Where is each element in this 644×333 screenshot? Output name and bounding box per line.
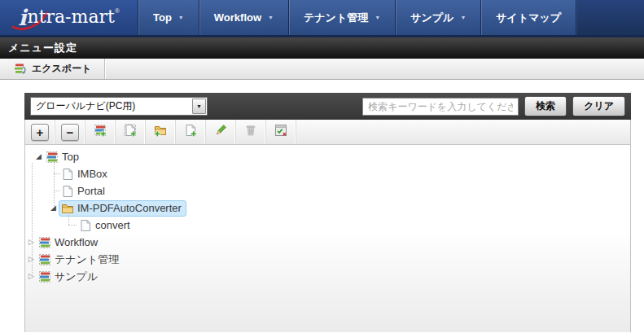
nav-filler — [576, 0, 644, 35]
pencil-icon — [214, 124, 227, 140]
collapse-all-button[interactable]: − — [55, 120, 85, 144]
tree-node-Top[interactable]: ◢Top — [25, 148, 630, 165]
tree-toolbar: +− — [24, 120, 631, 145]
content-gap — [0, 80, 644, 93]
tree-node--[interactable]: ▷テナント管理 — [25, 251, 630, 268]
tree-node-label: Top — [62, 151, 79, 163]
nav-item-label: Top — [153, 11, 172, 24]
global-nav: intra-mart® Top▼Workflow▼テナント管理▼サンプル▼サイト… — [0, 0, 644, 35]
tree-node-convert[interactable]: convert — [25, 217, 630, 234]
menu-group-icon — [38, 236, 51, 249]
tree-node-label: Portal — [77, 185, 105, 197]
chevron-down-icon: ▼ — [460, 15, 466, 20]
nav-item-sitemap[interactable]: サイトマップ — [481, 0, 576, 35]
nav-item-top[interactable]: Top▼ — [138, 0, 199, 35]
page-icon — [79, 219, 92, 232]
trash-icon — [244, 124, 257, 140]
logo[interactable]: intra-mart® — [0, 0, 138, 35]
menu-type-select-value: グローバルナビ(PC用) — [31, 99, 192, 113]
chevron-down-icon: ▼ — [375, 15, 380, 20]
folder-add-icon — [154, 124, 167, 140]
page-add-icon — [184, 124, 197, 140]
tree-connector-line — [54, 173, 60, 174]
folder-icon — [61, 202, 74, 215]
tree-node-Workflow[interactable]: ▷Workflow — [25, 234, 630, 251]
nav-item-label: Workflow — [214, 11, 261, 24]
search-input[interactable] — [362, 98, 519, 116]
tree-node-label: テナント管理 — [55, 252, 119, 267]
expand-all-button[interactable]: + — [25, 120, 55, 144]
export-button[interactable]: エクスポート — [0, 59, 104, 79]
tree-node-label: IMBox — [77, 168, 107, 180]
menu-panel: グローバルナビ(PC用) ▼ 検索 クリア +− ◢TopIMBoxPortal… — [24, 93, 631, 332]
add-page-button[interactable] — [176, 120, 206, 144]
export-label: エクスポート — [32, 62, 91, 76]
tree-node-label: IM-PDFAutoConverter — [77, 202, 182, 214]
chevron-down-icon: ▼ — [178, 15, 184, 20]
nav-item-sample[interactable]: サンプル▼ — [396, 0, 481, 35]
tree-node--[interactable]: ▷サンプル — [25, 268, 630, 285]
collapse-all-icon: − — [61, 124, 79, 141]
tree-node-IMBox[interactable]: IMBox — [25, 165, 630, 182]
page-icon — [61, 185, 74, 198]
tree-connector-line — [68, 215, 69, 225]
tree-node-IM-PDFAutoConverter[interactable]: ◢IM-PDFAutoConverter — [25, 199, 630, 217]
nav-item-label: サイトマップ — [496, 11, 561, 25]
logo-letter-i: i — [18, 7, 26, 28]
menu-tree: ◢TopIMBoxPortal◢IM-PDFAutoConverterconve… — [24, 145, 631, 332]
export-toolbar: エクスポート — [0, 59, 644, 80]
search-button[interactable]: 検索 — [524, 96, 567, 116]
tree-expand-arrow-icon[interactable]: ▷ — [28, 239, 38, 246]
menu-group-add-icon — [94, 124, 107, 140]
page-dashed-add-icon — [124, 124, 137, 140]
tree-collapse-arrow-icon[interactable]: ◢ — [36, 153, 46, 160]
clear-button[interactable]: クリア — [572, 96, 625, 116]
nav-item-tenant-admin[interactable]: テナント管理▼ — [289, 0, 396, 35]
menu-type-select[interactable]: グローバルナビ(PC用) ▼ — [30, 97, 208, 116]
intra-mart-logo: intra-mart® — [18, 7, 120, 28]
add-menu-group-button[interactable] — [85, 120, 116, 144]
chevron-down-icon: ▼ — [268, 15, 274, 20]
tree-node-Portal[interactable]: Portal — [25, 182, 630, 199]
nav-item-label: サンプル — [410, 11, 453, 25]
select-dropdown-button[interactable]: ▼ — [192, 99, 206, 114]
menu-settings-page: intra-mart® Top▼Workflow▼テナント管理▼サンプル▼サイト… — [0, 0, 644, 333]
page-title: メニュー設定 — [0, 41, 77, 55]
menu-group-icon — [46, 151, 59, 164]
nav-item-label: テナント管理 — [304, 11, 368, 25]
filter-bar: グローバルナビ(PC用) ▼ 検索 クリア — [24, 93, 631, 120]
selected-node-highlight[interactable]: IM-PDFAutoConverter — [59, 200, 186, 217]
tree-expand-arrow-icon[interactable]: ▷ — [28, 273, 38, 280]
tree-expand-arrow-icon[interactable]: ▷ — [28, 256, 38, 263]
add-folder-button[interactable] — [146, 120, 176, 144]
logo-text: ntra-mart — [27, 7, 114, 28]
menu-group-icon — [38, 270, 51, 283]
tree-connector-line — [54, 163, 55, 208]
menu-group-icon — [38, 253, 51, 266]
tree-connector-line — [54, 191, 60, 191]
page-icon — [61, 168, 74, 181]
delete-button — [236, 120, 266, 144]
export-icon — [14, 63, 27, 76]
registered-mark: ® — [115, 7, 120, 15]
toolbar-separator — [104, 59, 105, 79]
title-bar: メニュー設定 — [0, 37, 644, 59]
expand-all-icon: + — [31, 124, 49, 141]
edit-button[interactable] — [206, 120, 236, 144]
nav-item-workflow[interactable]: Workflow▼ — [199, 0, 289, 35]
global-nav-items: Top▼Workflow▼テナント管理▼サンプル▼サイトマップ — [138, 0, 576, 35]
tree-node-label: Workflow — [55, 236, 98, 248]
tree-connector-line — [68, 225, 77, 226]
tree-node-label: サンプル — [55, 269, 98, 284]
grid-check-icon — [274, 124, 287, 140]
add-page-copy-button[interactable] — [116, 120, 146, 144]
tree-connector-line — [32, 163, 33, 276]
tree-node-label: convert — [95, 219, 130, 231]
sort-setting-button — [266, 120, 296, 144]
chevron-down-icon: ▼ — [196, 103, 202, 109]
